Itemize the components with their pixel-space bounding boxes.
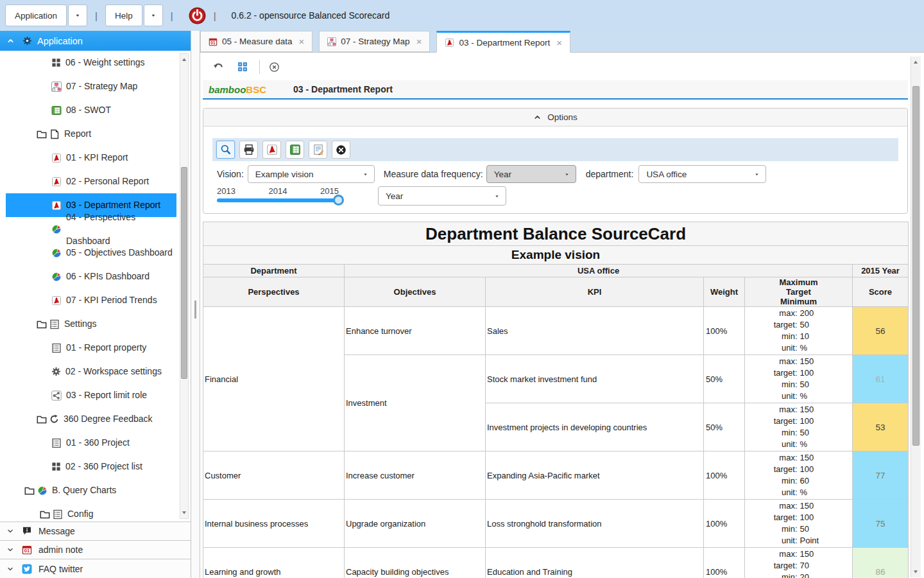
close-icon[interactable]: × xyxy=(556,37,562,48)
column-kpi: KPI xyxy=(486,277,704,307)
weight-cell: 100% xyxy=(704,548,745,578)
help-menu-button[interactable]: Help xyxy=(105,4,142,26)
sidebar-header-application[interactable]: Application xyxy=(0,31,191,51)
share-icon xyxy=(51,390,62,401)
pdf-icon xyxy=(51,200,62,211)
weight-cell: 100% xyxy=(704,451,745,500)
scrollbar-down-arrow[interactable] xyxy=(911,567,920,576)
filter-row-2: 2013 2014 2015 Year xyxy=(217,186,907,206)
vision-select[interactable]: Example vision xyxy=(248,165,375,183)
chevron-down-icon xyxy=(150,12,157,19)
close-report-button[interactable] xyxy=(265,58,283,75)
sidebar-folder-360-degree-feedback[interactable]: 360 Degree Feedback xyxy=(6,407,176,431)
folder-icon xyxy=(37,129,47,139)
scrollbar-down-arrow[interactable] xyxy=(180,508,188,517)
list-icon xyxy=(51,343,62,353)
score-cell: 56 xyxy=(853,307,909,355)
tab-measure-data[interactable]: 05 - Measure data × xyxy=(200,31,312,52)
undo-button[interactable] xyxy=(209,58,227,75)
slider-track[interactable] xyxy=(217,198,339,202)
triangle-down-icon xyxy=(181,509,187,516)
chevron-up-icon xyxy=(533,113,542,121)
sidebar-item-personal-report[interactable]: 02 - Personal Report xyxy=(6,170,176,193)
chevron-down-icon xyxy=(6,565,14,573)
table-row: Internal business processes Upgrade orga… xyxy=(203,500,909,548)
tab-strategy-map[interactable]: 07 - Strategy Map × xyxy=(319,31,430,52)
grid-icon xyxy=(51,58,61,67)
sidebar-item-kpis-dashboard[interactable]: 06 - KPIs Dashboard xyxy=(6,265,176,288)
triangle-down-icon xyxy=(912,568,919,575)
application-menu-button[interactable]: Application xyxy=(5,4,67,26)
sidebar-item-weight-settings[interactable]: 06 - Weight settings xyxy=(6,51,176,74)
column-perspectives: Perspectives xyxy=(203,277,345,307)
chevron-down-icon xyxy=(564,171,570,177)
chevron-down-icon xyxy=(6,527,14,535)
print-button[interactable] xyxy=(239,141,258,159)
pie-chart-icon xyxy=(51,248,62,258)
app-version-text: 0.6.2 - opensource Balanced Scorecard xyxy=(232,10,390,21)
chevron-down-icon xyxy=(754,171,760,177)
options-panel-header[interactable]: Options xyxy=(203,109,907,127)
accordion-message[interactable]: Message xyxy=(0,521,191,540)
sidebar-item-kpi-report[interactable]: 01 - KPI Report xyxy=(6,146,176,170)
sidebar-item-strategy-map[interactable]: 07 - Strategy Map xyxy=(6,74,176,98)
scrollbar-thumb[interactable] xyxy=(181,167,187,379)
close-icon[interactable]: × xyxy=(299,36,305,47)
options-panel: Options Vision: Example vision xyxy=(203,108,908,214)
sidebar-splitter[interactable] xyxy=(191,31,200,578)
accordion-faq-twitter[interactable]: FAQ twitter xyxy=(0,559,191,578)
menu-separator: | xyxy=(95,10,98,21)
sidebar-item-kpi-period-trends[interactable]: 07 - KPI Period Trends xyxy=(6,288,176,312)
export-pdf-button[interactable] xyxy=(262,141,281,159)
main-scrollbar[interactable] xyxy=(911,57,921,577)
sidebar-item-360-project[interactable]: 01 - 360 Project xyxy=(6,431,176,455)
edit-document-button[interactable] xyxy=(309,141,327,159)
export-excel-button[interactable] xyxy=(286,141,304,159)
splitter-grip[interactable] xyxy=(194,301,196,319)
sidebar-item-report-limit-role[interactable]: 03 - Report limit role xyxy=(6,383,176,407)
frequency-select[interactable]: Year xyxy=(486,165,576,183)
sidebar-folder-config[interactable]: Config xyxy=(6,502,176,521)
tab-bar: 05 - Measure data × 07 - Strategy Map × … xyxy=(200,31,924,53)
close-icon[interactable]: × xyxy=(416,36,422,47)
triangle-up-icon xyxy=(912,59,919,66)
dashboard-grid-button[interactable] xyxy=(234,58,252,75)
search-button[interactable] xyxy=(216,141,235,159)
folder-icon xyxy=(37,319,47,329)
sidebar-item-workspace-settings[interactable]: 02 - Workspace settings xyxy=(6,360,176,383)
application-menu-dropdown-button[interactable] xyxy=(68,4,87,26)
sidebar-scrollbar[interactable] xyxy=(180,53,189,519)
kpi-cell: Sales xyxy=(486,307,704,355)
gear-icon xyxy=(22,36,32,46)
sidebar-item-swot[interactable]: 08 - SWOT xyxy=(6,98,176,122)
slider-handle[interactable] xyxy=(333,195,344,206)
clear-button[interactable] xyxy=(332,141,350,159)
scrollbar-up-arrow[interactable] xyxy=(180,55,188,64)
scrollbar-up-arrow[interactable] xyxy=(911,58,920,67)
toolbar-divider xyxy=(259,60,260,74)
calendar-icon xyxy=(209,37,218,46)
sidebar-folder-settings[interactable]: Settings xyxy=(6,312,176,336)
objective-cell: Upgrade organization xyxy=(345,500,486,548)
period-select[interactable]: Year xyxy=(378,186,506,206)
menu-separator: | xyxy=(171,10,173,21)
sidebar-item-360-project-list[interactable]: 02 - 360 Project list xyxy=(6,455,176,478)
department-select[interactable]: USA office xyxy=(638,165,766,183)
sidebar-folder-report[interactable]: Report xyxy=(6,122,176,146)
accordion-admin-note[interactable]: admin note xyxy=(0,540,191,559)
folder-icon xyxy=(24,486,35,496)
pdf-icon xyxy=(266,144,278,155)
tab-department-report[interactable]: 03 - Department Report × xyxy=(436,31,570,53)
sidebar-item-perspectives-dashboard[interactable]: 04 - Perspectives Dashboard xyxy=(6,217,176,241)
sidebar-folder-query-charts[interactable]: B. Query Charts xyxy=(6,478,176,502)
sidebar-item-objectives-dashboard[interactable]: 05 - Objectives Dashboard xyxy=(6,241,176,265)
chevron-up-icon xyxy=(6,37,15,45)
power-logout-icon[interactable] xyxy=(189,7,206,24)
help-menu-dropdown-button[interactable] xyxy=(144,4,163,26)
report-content: bambooBSC 03 - Department Report Options xyxy=(200,53,924,577)
sidebar-item-report-property[interactable]: 01 - Report property xyxy=(6,336,176,360)
objective-cell: Capacity building objectives xyxy=(345,548,486,578)
slider-labels: 2013 2014 2015 xyxy=(217,186,339,196)
year-range-slider[interactable]: 2013 2014 2015 xyxy=(217,186,339,202)
scrollbar-thumb[interactable] xyxy=(912,86,920,446)
